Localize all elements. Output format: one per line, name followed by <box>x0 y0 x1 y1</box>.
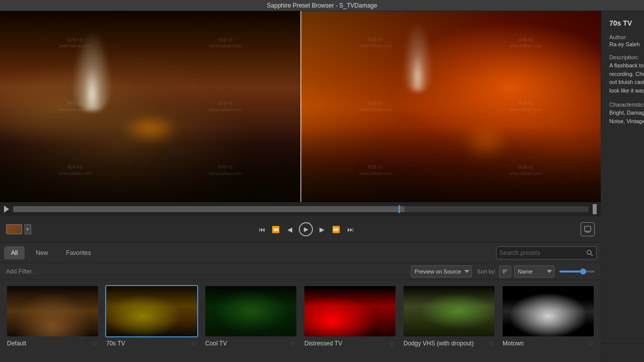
info-preset-name: 70s TV <box>609 19 644 27</box>
sort-by-label: Sort by: <box>477 268 496 275</box>
source-dropdown[interactable]: ▼ <box>24 224 31 234</box>
skip-to-start-button[interactable]: ⏮ <box>257 224 267 234</box>
preset-star-cooltv[interactable]: ☆ <box>290 339 296 347</box>
color-management-bar: Color Management <box>601 343 644 362</box>
preset-thumb-img-dodgyvhs <box>404 286 495 336</box>
preset-item-distressedtv[interactable]: Distressed TV ☆ <box>303 285 396 347</box>
search-icon <box>586 249 593 256</box>
preview-split-line <box>300 11 301 202</box>
preset-item-70stv[interactable]: 70s TV ☆ <box>105 285 198 347</box>
preset-name-distressedtv: Distressed TV <box>304 340 342 347</box>
tab-all[interactable]: All <box>4 246 25 259</box>
step-forward-button[interactable]: ▶ <box>317 224 327 234</box>
search-box <box>496 246 597 259</box>
svg-line-2 <box>591 254 593 256</box>
timeline-end-marker[interactable] <box>593 204 597 214</box>
tab-new[interactable]: New <box>29 246 55 259</box>
preview-area: 辑客AEwww.talkae.com 辑客AEwww.talkae.com 辑客… <box>0 11 601 202</box>
transport-controls: ⏮ ⏪ ◀ ▶ ▶ ⏩ ⏭ <box>257 222 355 236</box>
preset-name-default: Default <box>7 340 26 347</box>
tab-favorites[interactable]: Favorites <box>59 246 98 259</box>
preset-item-default[interactable]: Default ☆ <box>6 285 99 347</box>
preset-thumb-dodgyvhs[interactable] <box>403 285 496 337</box>
preset-item-dodgyvhs[interactable]: Dodgy VHS (with dropout) ☆ <box>403 285 496 347</box>
transport-area: ▼ ⏮ ⏪ ◀ ▶ ▶ ⏩ ⏭ <box>0 202 601 242</box>
preset-thumb-70stv[interactable] <box>105 285 198 337</box>
play-button[interactable]: ▶ <box>299 222 313 236</box>
filter-bar: Add Filter : Preview on Source Sort by: <box>0 263 601 280</box>
controls-row: ▼ ⏮ ⏪ ◀ ▶ ▶ ⏩ ⏭ <box>0 216 601 242</box>
preset-thumb-img-motown <box>503 286 594 336</box>
info-panel: 70s TV Author: Ra-ey Saleh Description: … <box>601 11 644 133</box>
preset-thumb-img-cooltv <box>205 286 296 336</box>
svg-point-1 <box>587 250 591 254</box>
preset-footer-default: Default ☆ <box>6 339 99 347</box>
size-slider <box>559 270 595 273</box>
preset-footer-70stv: 70s TV ☆ <box>105 339 198 347</box>
source-controls: ▼ <box>6 224 31 234</box>
playhead-bar <box>0 202 601 216</box>
preset-thumb-distressedtv[interactable] <box>303 285 396 337</box>
preset-thumb-img-default <box>7 286 98 336</box>
preset-name-dodgyvhs: Dodgy VHS (with dropout) <box>404 340 473 347</box>
info-characteristics-label: Characteristics: <box>609 102 644 108</box>
preset-star-70stv[interactable]: ☆ <box>191 339 197 347</box>
preset-item-motown[interactable]: Motown ☆ <box>502 285 595 347</box>
slider-fill <box>559 270 581 273</box>
timeline-play-marker[interactable] <box>4 206 9 213</box>
step-back-button[interactable]: ◀ <box>285 224 295 234</box>
preset-thumb-motown[interactable] <box>502 285 595 337</box>
info-characteristics-value: Bright, Damage, Distorted, Multicolored,… <box>609 109 644 125</box>
source-thumb-image <box>7 225 22 234</box>
preset-footer-distressedtv: Distressed TV ☆ <box>303 339 396 347</box>
preset-grid: Default ☆ 70s TV ☆ <box>0 280 601 362</box>
preset-name-70stv: 70s TV <box>106 340 125 347</box>
info-description-value: A flashback to 70s live studio video rec… <box>609 61 644 95</box>
title-bar: Sapphire Preset Browser - S_TVDamage <box>0 0 644 11</box>
export-button[interactable] <box>581 222 595 236</box>
info-description-label: Description: <box>609 54 644 60</box>
preset-star-dodgyvhs[interactable]: ☆ <box>488 339 495 347</box>
preset-star-motown[interactable]: ☆ <box>587 339 594 347</box>
preset-thumb-img-70stv <box>106 286 197 336</box>
smoke-effect-right <box>403 21 433 91</box>
preset-name-motown: Motown <box>503 340 524 347</box>
source-thumbnail <box>6 224 22 234</box>
preset-browser: All New Favorites Add Filter : Preview o… <box>0 242 601 362</box>
info-author-label: Author: <box>609 34 644 40</box>
timeline-progress <box>13 206 405 212</box>
fast-forward-button[interactable]: ⏩ <box>331 224 341 234</box>
slider-thumb[interactable] <box>580 268 586 275</box>
preset-thumb-cooltv[interactable] <box>204 285 297 337</box>
preview-image: 辑客AEwww.talkae.com 辑客AEwww.talkae.com 辑客… <box>0 11 601 202</box>
info-author-value: Ra-ey Saleh <box>609 41 644 47</box>
search-input[interactable] <box>500 249 584 256</box>
preset-footer-motown: Motown ☆ <box>502 339 595 347</box>
sort-order-button[interactable] <box>499 265 511 278</box>
rewind-button[interactable]: ⏪ <box>271 224 281 234</box>
preset-footer-cooltv: Cool TV ☆ <box>204 339 297 347</box>
left-panel: 辑客AEwww.talkae.com 辑客AEwww.talkae.com 辑客… <box>0 11 601 362</box>
browser-toolbar: All New Favorites <box>0 243 601 263</box>
sort-controls: Sort by: Name <box>477 265 554 278</box>
timeline-track[interactable] <box>13 206 589 212</box>
preset-thumb-img-distressedtv <box>304 286 395 336</box>
smoke-effect-left <box>72 30 112 111</box>
preset-star-distressedtv[interactable]: ☆ <box>389 339 395 347</box>
preset-star-default[interactable]: ☆ <box>92 339 98 347</box>
preset-item-cooltv[interactable]: Cool TV ☆ <box>204 285 297 347</box>
filter-controls: Preview on Source Sort by: Name <box>411 265 595 278</box>
main-layout: 辑客AEwww.talkae.com 辑客AEwww.talkae.com 辑客… <box>0 11 644 362</box>
slider-track[interactable] <box>559 270 595 273</box>
svg-rect-0 <box>585 226 591 231</box>
sort-name-select[interactable]: Name <box>514 265 554 278</box>
skip-to-end-button[interactable]: ⏭ <box>345 224 355 234</box>
preview-source-select[interactable]: Preview on Source <box>411 265 472 278</box>
preset-name-cooltv: Cool TV <box>205 340 227 347</box>
window-title: Sapphire Preset Browser - S_TVDamage <box>267 2 377 9</box>
add-filter-label[interactable]: Add Filter : <box>6 268 35 275</box>
preset-footer-dodgyvhs: Dodgy VHS (with dropout) ☆ <box>403 339 496 347</box>
preset-thumb-default[interactable] <box>6 285 99 337</box>
